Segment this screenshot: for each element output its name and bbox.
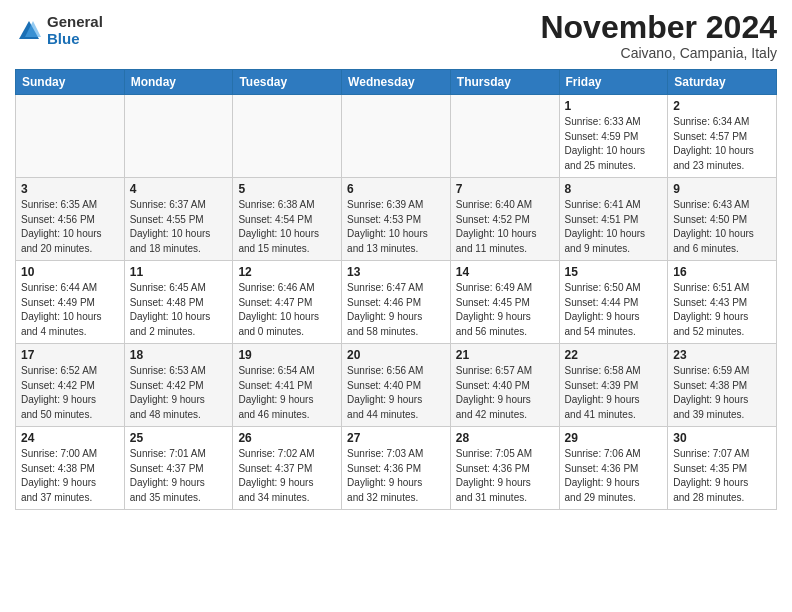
weekday-header-saturday: Saturday bbox=[668, 70, 777, 95]
day-number: 18 bbox=[130, 348, 228, 362]
calendar-cell: 14Sunrise: 6:49 AM Sunset: 4:45 PM Dayli… bbox=[450, 261, 559, 344]
title-block: November 2024 Caivano, Campania, Italy bbox=[540, 10, 777, 61]
logo-icon bbox=[15, 17, 43, 45]
calendar-cell: 6Sunrise: 6:39 AM Sunset: 4:53 PM Daylig… bbox=[342, 178, 451, 261]
weekday-header-row: SundayMondayTuesdayWednesdayThursdayFrid… bbox=[16, 70, 777, 95]
day-info: Sunrise: 6:51 AM Sunset: 4:43 PM Dayligh… bbox=[673, 281, 771, 339]
week-row-2: 3Sunrise: 6:35 AM Sunset: 4:56 PM Daylig… bbox=[16, 178, 777, 261]
day-number: 13 bbox=[347, 265, 445, 279]
calendar-cell bbox=[342, 95, 451, 178]
calendar-cell: 24Sunrise: 7:00 AM Sunset: 4:38 PM Dayli… bbox=[16, 427, 125, 510]
calendar-cell: 30Sunrise: 7:07 AM Sunset: 4:35 PM Dayli… bbox=[668, 427, 777, 510]
day-info: Sunrise: 7:01 AM Sunset: 4:37 PM Dayligh… bbox=[130, 447, 228, 505]
logo-text: General Blue bbox=[47, 14, 103, 47]
calendar-cell bbox=[16, 95, 125, 178]
day-number: 6 bbox=[347, 182, 445, 196]
calendar-cell bbox=[124, 95, 233, 178]
day-number: 17 bbox=[21, 348, 119, 362]
calendar-cell: 4Sunrise: 6:37 AM Sunset: 4:55 PM Daylig… bbox=[124, 178, 233, 261]
day-number: 4 bbox=[130, 182, 228, 196]
day-info: Sunrise: 6:50 AM Sunset: 4:44 PM Dayligh… bbox=[565, 281, 663, 339]
day-number: 16 bbox=[673, 265, 771, 279]
calendar-cell: 2Sunrise: 6:34 AM Sunset: 4:57 PM Daylig… bbox=[668, 95, 777, 178]
calendar-cell: 16Sunrise: 6:51 AM Sunset: 4:43 PM Dayli… bbox=[668, 261, 777, 344]
calendar-cell bbox=[450, 95, 559, 178]
weekday-header-thursday: Thursday bbox=[450, 70, 559, 95]
day-number: 2 bbox=[673, 99, 771, 113]
day-info: Sunrise: 6:53 AM Sunset: 4:42 PM Dayligh… bbox=[130, 364, 228, 422]
weekday-header-sunday: Sunday bbox=[16, 70, 125, 95]
day-number: 28 bbox=[456, 431, 554, 445]
day-info: Sunrise: 6:45 AM Sunset: 4:48 PM Dayligh… bbox=[130, 281, 228, 339]
weekday-header-friday: Friday bbox=[559, 70, 668, 95]
calendar: SundayMondayTuesdayWednesdayThursdayFrid… bbox=[15, 69, 777, 510]
day-number: 30 bbox=[673, 431, 771, 445]
day-number: 14 bbox=[456, 265, 554, 279]
calendar-cell: 17Sunrise: 6:52 AM Sunset: 4:42 PM Dayli… bbox=[16, 344, 125, 427]
day-info: Sunrise: 7:05 AM Sunset: 4:36 PM Dayligh… bbox=[456, 447, 554, 505]
day-info: Sunrise: 6:47 AM Sunset: 4:46 PM Dayligh… bbox=[347, 281, 445, 339]
calendar-cell: 13Sunrise: 6:47 AM Sunset: 4:46 PM Dayli… bbox=[342, 261, 451, 344]
day-info: Sunrise: 6:34 AM Sunset: 4:57 PM Dayligh… bbox=[673, 115, 771, 173]
day-info: Sunrise: 6:59 AM Sunset: 4:38 PM Dayligh… bbox=[673, 364, 771, 422]
page: General Blue November 2024 Caivano, Camp… bbox=[0, 0, 792, 612]
logo: General Blue bbox=[15, 14, 103, 47]
day-number: 25 bbox=[130, 431, 228, 445]
day-number: 23 bbox=[673, 348, 771, 362]
day-info: Sunrise: 6:39 AM Sunset: 4:53 PM Dayligh… bbox=[347, 198, 445, 256]
calendar-cell: 3Sunrise: 6:35 AM Sunset: 4:56 PM Daylig… bbox=[16, 178, 125, 261]
weekday-header-tuesday: Tuesday bbox=[233, 70, 342, 95]
day-info: Sunrise: 6:37 AM Sunset: 4:55 PM Dayligh… bbox=[130, 198, 228, 256]
day-number: 5 bbox=[238, 182, 336, 196]
day-number: 27 bbox=[347, 431, 445, 445]
day-info: Sunrise: 7:07 AM Sunset: 4:35 PM Dayligh… bbox=[673, 447, 771, 505]
logo-blue: Blue bbox=[47, 31, 103, 48]
day-info: Sunrise: 6:38 AM Sunset: 4:54 PM Dayligh… bbox=[238, 198, 336, 256]
weekday-header-monday: Monday bbox=[124, 70, 233, 95]
day-info: Sunrise: 7:06 AM Sunset: 4:36 PM Dayligh… bbox=[565, 447, 663, 505]
location: Caivano, Campania, Italy bbox=[540, 45, 777, 61]
day-info: Sunrise: 7:03 AM Sunset: 4:36 PM Dayligh… bbox=[347, 447, 445, 505]
week-row-3: 10Sunrise: 6:44 AM Sunset: 4:49 PM Dayli… bbox=[16, 261, 777, 344]
day-number: 22 bbox=[565, 348, 663, 362]
day-info: Sunrise: 6:57 AM Sunset: 4:40 PM Dayligh… bbox=[456, 364, 554, 422]
day-number: 20 bbox=[347, 348, 445, 362]
calendar-cell: 12Sunrise: 6:46 AM Sunset: 4:47 PM Dayli… bbox=[233, 261, 342, 344]
day-info: Sunrise: 6:43 AM Sunset: 4:50 PM Dayligh… bbox=[673, 198, 771, 256]
weekday-header-wednesday: Wednesday bbox=[342, 70, 451, 95]
day-info: Sunrise: 6:46 AM Sunset: 4:47 PM Dayligh… bbox=[238, 281, 336, 339]
month-title: November 2024 bbox=[540, 10, 777, 45]
day-number: 10 bbox=[21, 265, 119, 279]
calendar-cell: 10Sunrise: 6:44 AM Sunset: 4:49 PM Dayli… bbox=[16, 261, 125, 344]
calendar-cell: 7Sunrise: 6:40 AM Sunset: 4:52 PM Daylig… bbox=[450, 178, 559, 261]
day-info: Sunrise: 6:35 AM Sunset: 4:56 PM Dayligh… bbox=[21, 198, 119, 256]
day-number: 1 bbox=[565, 99, 663, 113]
calendar-cell: 21Sunrise: 6:57 AM Sunset: 4:40 PM Dayli… bbox=[450, 344, 559, 427]
day-info: Sunrise: 6:58 AM Sunset: 4:39 PM Dayligh… bbox=[565, 364, 663, 422]
day-number: 11 bbox=[130, 265, 228, 279]
calendar-cell: 18Sunrise: 6:53 AM Sunset: 4:42 PM Dayli… bbox=[124, 344, 233, 427]
day-number: 3 bbox=[21, 182, 119, 196]
day-info: Sunrise: 6:49 AM Sunset: 4:45 PM Dayligh… bbox=[456, 281, 554, 339]
calendar-cell: 1Sunrise: 6:33 AM Sunset: 4:59 PM Daylig… bbox=[559, 95, 668, 178]
day-number: 12 bbox=[238, 265, 336, 279]
calendar-cell: 25Sunrise: 7:01 AM Sunset: 4:37 PM Dayli… bbox=[124, 427, 233, 510]
week-row-5: 24Sunrise: 7:00 AM Sunset: 4:38 PM Dayli… bbox=[16, 427, 777, 510]
calendar-cell bbox=[233, 95, 342, 178]
calendar-cell: 5Sunrise: 6:38 AM Sunset: 4:54 PM Daylig… bbox=[233, 178, 342, 261]
calendar-cell: 9Sunrise: 6:43 AM Sunset: 4:50 PM Daylig… bbox=[668, 178, 777, 261]
day-info: Sunrise: 6:44 AM Sunset: 4:49 PM Dayligh… bbox=[21, 281, 119, 339]
day-number: 24 bbox=[21, 431, 119, 445]
day-info: Sunrise: 7:02 AM Sunset: 4:37 PM Dayligh… bbox=[238, 447, 336, 505]
day-number: 19 bbox=[238, 348, 336, 362]
day-number: 21 bbox=[456, 348, 554, 362]
week-row-1: 1Sunrise: 6:33 AM Sunset: 4:59 PM Daylig… bbox=[16, 95, 777, 178]
day-info: Sunrise: 7:00 AM Sunset: 4:38 PM Dayligh… bbox=[21, 447, 119, 505]
calendar-cell: 19Sunrise: 6:54 AM Sunset: 4:41 PM Dayli… bbox=[233, 344, 342, 427]
calendar-cell: 27Sunrise: 7:03 AM Sunset: 4:36 PM Dayli… bbox=[342, 427, 451, 510]
calendar-cell: 28Sunrise: 7:05 AM Sunset: 4:36 PM Dayli… bbox=[450, 427, 559, 510]
day-info: Sunrise: 6:40 AM Sunset: 4:52 PM Dayligh… bbox=[456, 198, 554, 256]
day-number: 26 bbox=[238, 431, 336, 445]
logo-general: General bbox=[47, 14, 103, 31]
day-number: 7 bbox=[456, 182, 554, 196]
